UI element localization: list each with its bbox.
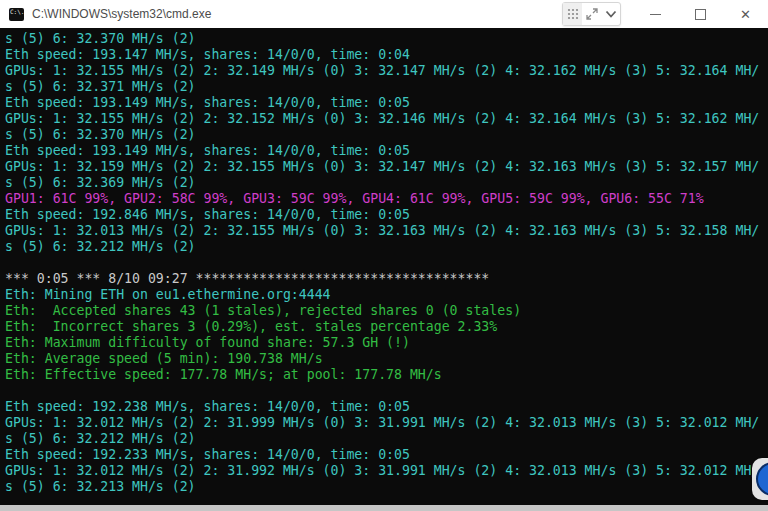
minimize-button[interactable] [633, 0, 678, 28]
console-line: Eth: Effective speed: 177.78 MH/s; at po… [5, 367, 768, 383]
dots-grid-icon [567, 8, 579, 20]
console-line: s (5) 6: 32.369 MH/s (2) [5, 175, 768, 191]
console-line [5, 383, 768, 399]
expand-button[interactable] [582, 3, 601, 25]
minimize-icon [650, 14, 661, 15]
console-line: Eth speed: 192.846 MH/s, shares: 14/0/0,… [5, 207, 768, 223]
dropdown-button[interactable] [601, 3, 620, 25]
console-line: GPUs: 1: 32.155 MH/s (2) 2: 32.152 MH/s … [5, 111, 768, 127]
console-line [5, 255, 768, 271]
console-line: GPUs: 1: 32.159 MH/s (2) 2: 32.155 MH/s … [5, 159, 768, 175]
console-line: Eth speed: 192.233 MH/s, shares: 14/0/0,… [5, 447, 768, 463]
cmd-app-icon: C:\. [9, 8, 24, 21]
console-line: *** 0:05 *** 8/10 09:27 ****************… [5, 271, 768, 287]
titlebar-controls: ✕ [562, 0, 768, 28]
console-line: Eth: Maximum difficulty of found share: … [5, 335, 768, 351]
console-line: Eth: Average speed (5 min): 190.738 MH/s [5, 351, 768, 367]
window-bottom-edge [0, 505, 768, 511]
console-line: s (5) 6: 32.212 MH/s (2) [5, 239, 768, 255]
console-line: Eth: Accepted shares 43 (1 stales), reje… [5, 303, 768, 319]
console-line: s (5) 6: 32.212 MH/s (2) [5, 431, 768, 447]
titlebar[interactable]: C:\. C:\WINDOWS\system32\cmd.exe [0, 0, 768, 28]
expand-arrows-icon [586, 8, 598, 20]
screen: { "window": { "title": "C:\\WINDOWS\\sys… [0, 0, 768, 511]
console-line: GPUs: 1: 32.155 MH/s (2) 2: 32.149 MH/s … [5, 63, 768, 79]
close-button[interactable]: ✕ [723, 0, 768, 28]
grid-button[interactable] [563, 3, 582, 25]
console-line: s (5) 6: 32.371 MH/s (2) [5, 79, 768, 95]
capture-widget [562, 2, 621, 26]
console-line: GPU1: 61C 99%, GPU2: 58C 99%, GPU3: 59C … [5, 191, 768, 207]
console-line: GPUs: 1: 32.012 MH/s (2) 2: 31.999 MH/s … [5, 415, 768, 431]
chevron-down-icon [604, 7, 618, 21]
maximize-button[interactable] [678, 0, 723, 28]
console-line: s (5) 6: 32.213 MH/s (2) [5, 479, 768, 495]
console-line: GPUs: 1: 32.012 MH/s (2) 2: 31.992 MH/s … [5, 463, 768, 479]
console-line: Eth speed: 193.147 MH/s, shares: 14/0/0,… [5, 47, 768, 63]
close-icon: ✕ [740, 8, 751, 21]
console-line: Eth speed: 193.149 MH/s, shares: 14/0/0,… [5, 143, 768, 159]
console-line: s (5) 6: 32.370 MH/s (2) [5, 127, 768, 143]
console-viewport[interactable]: s (5) 6: 32.370 MH/s (2)Eth speed: 193.1… [0, 28, 768, 505]
window-title: C:\WINDOWS\system32\cmd.exe [32, 7, 211, 21]
overlay-bubble-icon [756, 462, 768, 496]
console-line: Eth speed: 192.238 MH/s, shares: 14/0/0,… [5, 399, 768, 415]
console-line: Eth: Mining ETH on eu1.ethermine.org:444… [5, 287, 768, 303]
console-line: GPUs: 1: 32.013 MH/s (2) 2: 32.155 MH/s … [5, 223, 768, 239]
console-line: Eth speed: 193.149 MH/s, shares: 14/0/0,… [5, 95, 768, 111]
console-line: Eth: Incorrect shares 3 (0.29%), est. st… [5, 319, 768, 335]
floating-overlay-widget[interactable] [752, 458, 768, 500]
maximize-icon [695, 9, 706, 20]
console-line: s (5) 6: 32.370 MH/s (2) [5, 31, 768, 47]
